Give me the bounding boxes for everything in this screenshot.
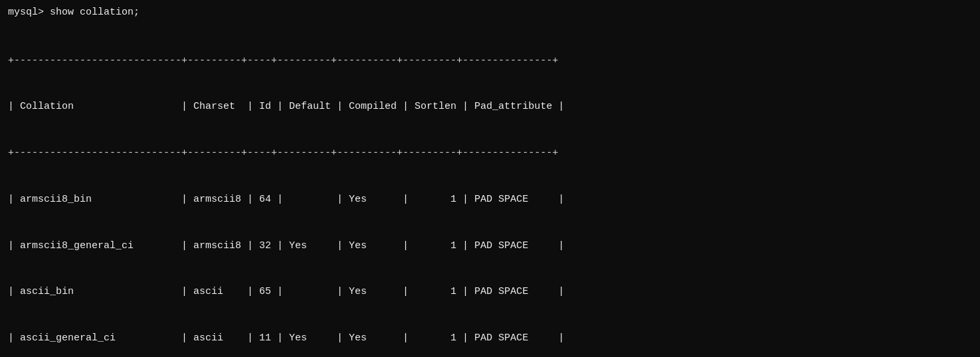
top-separator: +----------------------------+---------+… bbox=[8, 53, 972, 68]
table-row: | armscii8_general_ci | armscii8 | 32 | … bbox=[8, 238, 972, 253]
prompt-line: mysql> show collation; bbox=[8, 7, 972, 18]
table-row: | ascii_general_ci | ascii | 11 | Yes | … bbox=[8, 330, 972, 346]
table-header: | Collation | Charset | Id | Default | C… bbox=[8, 99, 972, 114]
header-separator: +----------------------------+---------+… bbox=[8, 145, 972, 161]
table-row: | armscii8_bin | armscii8 | 64 | | Yes |… bbox=[8, 192, 972, 207]
table-container: +----------------------------+---------+… bbox=[8, 22, 972, 357]
terminal-window: mysql> show collation; +----------------… bbox=[0, 0, 980, 357]
table-row: | ascii_bin | ascii | 65 | | Yes | 1 | P… bbox=[8, 284, 972, 299]
